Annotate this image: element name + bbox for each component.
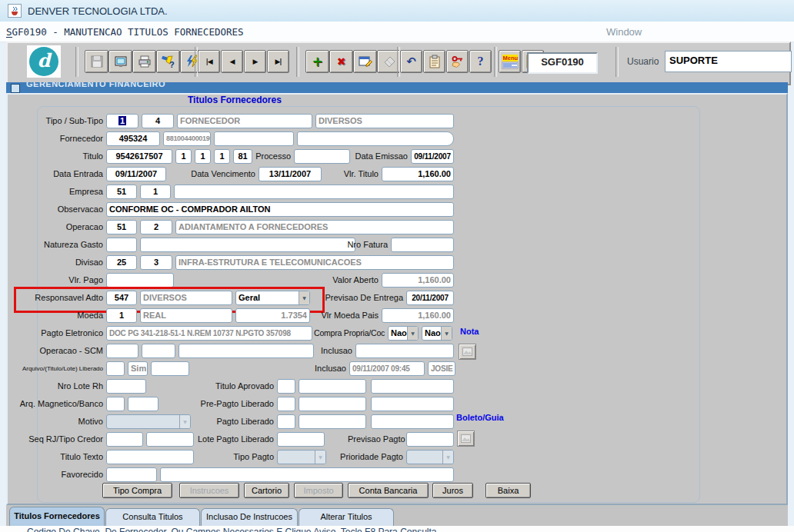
moeda-taxa-field[interactable]: 1.7354: [235, 308, 310, 323]
operacao-scm-field1[interactable]: [106, 344, 138, 358]
previsao-pagto-field[interactable]: [406, 432, 454, 447]
empresa-field[interactable]: 51: [106, 185, 137, 199]
favorecido-nome-field[interactable]: [160, 467, 454, 482]
cartorio-button[interactable]: Cartorio: [244, 483, 289, 498]
fornecedor-doc-field[interactable]: 8810044000199: [163, 131, 211, 146]
pagto-liberado-flag-field[interactable]: [277, 414, 295, 429]
lote-pagto-field[interactable]: [277, 432, 325, 447]
titulo-seq4-field[interactable]: 81: [233, 149, 252, 164]
titulo-aprovado-flag-field[interactable]: [277, 379, 295, 394]
vlr-pago-field[interactable]: [106, 273, 174, 288]
tipo-pagto-dropdown[interactable]: [277, 450, 326, 464]
boleto-guia-link[interactable]: Boleto/Guia: [456, 413, 504, 422]
usuario-field[interactable]: SUPORTE: [665, 51, 792, 72]
divisao-sub-field[interactable]: 3: [140, 255, 172, 270]
tab-alterar-titulos[interactable]: Alterar Titulos: [299, 508, 394, 526]
screen-button[interactable]: [108, 50, 132, 73]
compra-propria-dropdown[interactable]: Nao: [388, 326, 419, 341]
empresa-desc-field[interactable]: [174, 185, 454, 199]
fornecedor-name-field[interactable]: [297, 131, 454, 146]
undo-button[interactable]: ↶: [400, 50, 422, 73]
tipo-field[interactable]: 1: [106, 114, 138, 128]
pre-pagto-user-field[interactable]: [371, 397, 454, 411]
coc-dropdown[interactable]: Nao: [422, 326, 452, 341]
save-button[interactable]: [85, 50, 108, 73]
titulo-texto-field[interactable]: [106, 450, 194, 464]
tipo-compra-button[interactable]: Tipo Compra: [102, 483, 172, 498]
valor-aberto-field[interactable]: 1,160.00: [382, 273, 454, 288]
titulo-seq1-field[interactable]: 1: [175, 149, 192, 164]
banco-field[interactable]: [128, 397, 158, 411]
subtipo-field[interactable]: 4: [142, 114, 174, 128]
enter-query-button[interactable]: ?: [156, 50, 180, 73]
titulo-seq3-field[interactable]: 1: [214, 149, 230, 164]
titulo-num-field[interactable]: 9542617507: [106, 149, 172, 164]
imposto-button[interactable]: Imposto: [294, 483, 343, 498]
lote-liberado-field[interactable]: [151, 361, 189, 376]
moeda-desc-field[interactable]: REAL: [140, 308, 232, 323]
menu-button[interactable]: Menu: [499, 50, 521, 73]
juros-button[interactable]: Juros: [432, 483, 473, 498]
tab-inclusao-instrucoes[interactable]: Inclusao De Instrucoes: [201, 508, 298, 526]
baixa-button[interactable]: Baixa: [485, 483, 531, 498]
window-menu[interactable]: Window: [606, 26, 642, 38]
titulo-aprovado-user-field[interactable]: [371, 379, 454, 394]
pagto-liberado-data-field[interactable]: [299, 414, 366, 429]
operacao-field[interactable]: 51: [106, 220, 137, 234]
next-record-button[interactable]: ▶: [244, 50, 266, 73]
processo-field[interactable]: [294, 149, 350, 164]
last-record-button[interactable]: ▶|: [267, 50, 289, 73]
seq-rj-field[interactable]: [106, 432, 143, 447]
inclusao-field[interactable]: [355, 344, 454, 358]
print-button[interactable]: [132, 50, 156, 73]
display-keys-button[interactable]: [446, 50, 469, 73]
previsao-entrega-field[interactable]: 20/11/2007: [406, 291, 454, 305]
nro-lote-rh-field[interactable]: [106, 379, 146, 394]
arquivo-field[interactable]: [106, 361, 125, 376]
clipboard-button[interactable]: [423, 50, 445, 73]
data-emissao-field[interactable]: 09/11/2007: [411, 149, 454, 164]
previous-record-button[interactable]: ◀: [221, 50, 243, 73]
observacao-field[interactable]: CONFORME OC - COMPRADOR AILTON: [106, 202, 454, 217]
pagto-eletronico-field[interactable]: DOC PG 341-218-51-1 N.REM 10737 N.PGTO 3…: [106, 326, 312, 341]
responsavel-adto-field[interactable]: 547: [106, 291, 137, 305]
data-vencimento-field[interactable]: 13/11/2007: [259, 167, 322, 181]
operacao-sub-field[interactable]: 2: [140, 220, 172, 234]
favorecido-field[interactable]: [106, 467, 157, 482]
nota-link[interactable]: Nota: [460, 327, 479, 336]
moeda-field[interactable]: 1: [106, 308, 137, 323]
divisao-field[interactable]: 25: [106, 255, 137, 270]
inclusao-datetime-field[interactable]: 09/11/2007 09:45: [349, 361, 425, 376]
responsavel-adto-tipo-dropdown[interactable]: Geral: [235, 291, 310, 305]
arq-magnetico-field[interactable]: [106, 397, 125, 411]
fornecedor-field[interactable]: 495324: [106, 131, 160, 146]
operacao-scm-field2[interactable]: [142, 344, 175, 358]
responsavel-adto-desc-field[interactable]: DIVERSOS: [140, 291, 232, 305]
motivo-dropdown[interactable]: [106, 414, 191, 429]
tab-consulta-titulos[interactable]: Consulta Titulos: [105, 508, 200, 526]
first-record-button[interactable]: |◀: [198, 50, 220, 73]
pre-pagto-flag-field[interactable]: [277, 397, 295, 411]
tab-titulos-fornecedores[interactable]: Titulos Fornecedores: [9, 507, 105, 526]
subtipo-desc-field[interactable]: DIVERSOS: [315, 114, 454, 128]
titulo-aprovado-data-field[interactable]: [299, 379, 366, 394]
pre-pagto-data-field[interactable]: [299, 397, 366, 411]
vlr-titulo-field[interactable]: 1,160.00: [382, 167, 454, 181]
fornecedor-extra-field[interactable]: [214, 131, 294, 146]
divisao-desc-field[interactable]: INFRA-ESTRUTURA E TELECOMUNICACOES: [175, 255, 454, 270]
inclusao-user-field[interactable]: JOSIE: [428, 361, 455, 376]
arquivo-sim-field[interactable]: Sim: [128, 361, 148, 376]
pagto-liberado-user-field[interactable]: [371, 414, 454, 429]
titulo-seq2-field[interactable]: 1: [195, 149, 211, 164]
operacao-desc-field[interactable]: ADIANTAMENTO A FORNECEDORES: [175, 220, 454, 234]
help-button[interactable]: ?: [469, 50, 492, 73]
empresa-filial-field[interactable]: 1: [140, 185, 171, 199]
data-entrada-field[interactable]: 09/11/2007: [106, 167, 166, 181]
operacao-scm-field3[interactable]: [178, 344, 314, 358]
natureza-gasto-field[interactable]: [106, 238, 137, 252]
prioridade-pagto-dropdown[interactable]: [406, 450, 454, 464]
delete-record-button[interactable]: ✖: [329, 50, 353, 73]
insert-record-button[interactable]: +: [305, 50, 329, 73]
tipo-credor-field[interactable]: [146, 432, 194, 447]
instrucoes-button[interactable]: Instrucoes: [179, 483, 239, 498]
